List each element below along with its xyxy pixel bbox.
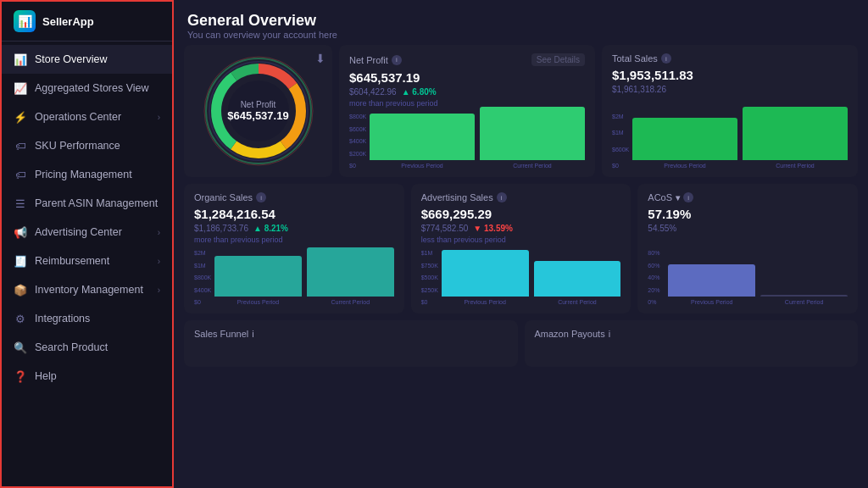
sidebar-item-integrations[interactable]: ⚙ Integrations [2, 304, 172, 333]
donut-card: ⬇ [184, 45, 332, 177]
sidebar-item-store-overview[interactable]: 📊 Store Overview [2, 45, 172, 74]
help-label: Help [35, 370, 57, 382]
advertising-bar-curr-bar [534, 261, 621, 297]
sales-funnel-info-icon[interactable]: i [252, 329, 253, 339]
sidebar-item-sku-performance[interactable]: 🏷 SKU Performance [2, 131, 172, 160]
advertising-sales-title: Advertising Sales i [421, 192, 507, 202]
total-sales-label-curr: Current Period [776, 163, 815, 169]
integrations-icon: ⚙ [14, 312, 27, 325]
total-sales-info-icon[interactable]: i [661, 53, 671, 64]
advertising-bars: $1M $750K $500K $250K $0 Previous Period [421, 250, 621, 305]
parent-asin-icon: ☰ [14, 197, 27, 210]
net-profit-bars: $800K $600K $400K $200K $0 Previous Peri… [349, 114, 585, 169]
sidebar-item-aggregated-stores[interactable]: 📈 Aggregated Stores View [2, 74, 172, 103]
advertising-sales-prev: $774,582.50 [421, 224, 469, 233]
reimbursement-label: Reimbursement [35, 255, 109, 267]
organic-sales-chart: $2M $1M $800K $400K $0 Previous Period [194, 247, 394, 305]
net-profit-y-labels: $800K $600K $400K $200K $0 [349, 114, 366, 169]
organic-bar-curr-bar [307, 247, 394, 297]
advertising-label-prev: Previous Period [464, 299, 505, 305]
acos-y-labels: 80% 60% 40% 20% 0% [648, 250, 659, 305]
search-product-icon: 🔍 [14, 341, 27, 354]
total-sales-title: Total Sales i [612, 53, 671, 64]
advertising-sales-info-icon[interactable]: i [497, 192, 507, 202]
organic-sales-header: Organic Sales i [194, 192, 394, 202]
sales-funnel-title: Sales Funnel i [194, 329, 508, 339]
total-sales-sub: $1,961,318.26 [612, 85, 848, 94]
store-overview-label: Store Overview [35, 53, 107, 65]
main-header: General Overview You can overview your a… [174, 0, 868, 45]
acos-card: ACoS ▾ i 57.19% 54.55% 80% 60% 40% [637, 184, 858, 313]
sidebar-item-reimbursement[interactable]: 🧾 Reimbursement › [2, 247, 172, 275]
amazon-payouts-title: Amazon Payouts i [535, 329, 849, 339]
acos-label-curr: Current Period [785, 299, 824, 305]
chevron-icon: › [158, 113, 160, 122]
net-profit-change: ▲ 6.80% [402, 87, 437, 97]
total-sales-value: $1,953,511.83 [612, 68, 848, 82]
acos-dropdown[interactable]: ▾ [676, 193, 680, 202]
advertising-label-curr: Current Period [558, 299, 597, 305]
organic-sales-title: Organic Sales i [194, 192, 266, 202]
see-details-button[interactable]: See Details [531, 53, 585, 66]
sidebar-nav: 📊 Store Overview 📈 Aggregated Stores Vie… [2, 42, 172, 486]
sidebar-item-help[interactable]: ❓ Help [2, 362, 172, 391]
organic-sales-info-icon[interactable]: i [256, 192, 266, 202]
organic-bar-curr: Current Period [307, 247, 394, 305]
total-sales-chart: $2M $1M $600K $0 Previous Period Current… [612, 97, 848, 169]
sidebar-item-advertising-center[interactable]: 📢 Advertising Center › [2, 218, 172, 247]
store-overview-icon: 📊 [14, 53, 27, 66]
total-sales-card: Total Sales i $1,953,511.83 $1,961,318.2… [602, 45, 858, 177]
acos-title: ACoS ▾ i [648, 192, 693, 202]
chevron-icon: › [158, 257, 160, 266]
net-profit-value: $645,537.19 [349, 70, 585, 85]
total-sales-label-prev: Previous Period [664, 163, 705, 169]
net-profit-bar-prev [370, 114, 475, 160]
amazon-payouts-info-icon[interactable]: i [609, 329, 610, 339]
sidebar-item-operations-center[interactable]: ⚡ Operations Center › [2, 103, 172, 131]
pricing-management-icon: 🏷 [14, 168, 27, 181]
advertising-sales-sub: $774,582.50 ▼ 13.59% [421, 224, 621, 233]
organic-sales-bars: $2M $1M $800K $400K $0 Previous Period [194, 250, 394, 305]
advertising-bar-prev: Previous Period [442, 250, 529, 305]
organic-label-curr: Current Period [331, 299, 370, 305]
total-sales-bars: $2M $1M $600K $0 Previous Period Current… [612, 114, 848, 169]
sidebar-item-parent-asin[interactable]: ☰ Parent ASIN Management [2, 189, 172, 218]
advertising-sales-change: ▼ 13.59% [473, 224, 513, 233]
advertising-bar-prev-bar [442, 250, 529, 297]
acos-bar-curr-bar [760, 295, 848, 297]
organic-y-labels: $2M $1M $800K $400K $0 [194, 250, 211, 305]
acos-prev: 54.55% [648, 224, 676, 233]
net-profit-header: Net Profit i See Details [349, 53, 585, 66]
sidebar: 📊 SellerApp 📊 Store Overview 📈 Aggregate… [0, 0, 174, 488]
acos-bar-curr: Current Period [760, 295, 848, 305]
download-icon[interactable]: ⬇ [315, 52, 326, 65]
bar-group-prev: Previous Period [370, 114, 475, 169]
logo-text: SellerApp [42, 15, 94, 28]
metric-row-middle: Organic Sales i $1,284,216.54 $1,186,733… [184, 184, 858, 313]
total-sales-header: Total Sales i [612, 53, 848, 64]
main-content: General Overview You can overview your a… [174, 0, 868, 488]
aggregated-stores-icon: 📈 [14, 81, 27, 95]
parent-asin-label: Parent ASIN Management [35, 197, 158, 209]
inventory-management-icon: 📦 [14, 283, 27, 297]
search-product-label: Search Product [35, 341, 108, 353]
organic-label-prev: Previous Period [237, 299, 279, 305]
net-profit-info-icon[interactable]: i [392, 55, 402, 65]
acos-bar-prev: Previous Period [668, 264, 755, 305]
operations-center-icon: ⚡ [14, 110, 27, 124]
pricing-management-label: Pricing Management [35, 169, 132, 180]
page-title: General Overview [187, 12, 854, 30]
donut-center: Net Profit $645,537.19 [227, 100, 288, 122]
net-profit-card: Net Profit i See Details $645,537.19 $60… [339, 45, 595, 177]
organic-bar-prev-bar [214, 256, 302, 297]
total-sales-bar-prev [632, 118, 737, 160]
sidebar-item-pricing-management[interactable]: 🏷 Pricing Management [2, 160, 172, 189]
advertising-center-icon: 📢 [14, 225, 27, 239]
acos-sub: 54.55% [648, 224, 848, 233]
sidebar-item-search-product[interactable]: 🔍 Search Product [2, 333, 172, 362]
advertising-y-labels: $1M $750K $500K $250K $0 [421, 250, 438, 305]
organic-sales-value: $1,284,216.54 [194, 207, 394, 221]
donut-label: Net Profit [227, 100, 288, 109]
acos-info-icon[interactable]: i [683, 192, 693, 202]
sidebar-item-inventory-management[interactable]: 📦 Inventory Management › [2, 275, 172, 304]
